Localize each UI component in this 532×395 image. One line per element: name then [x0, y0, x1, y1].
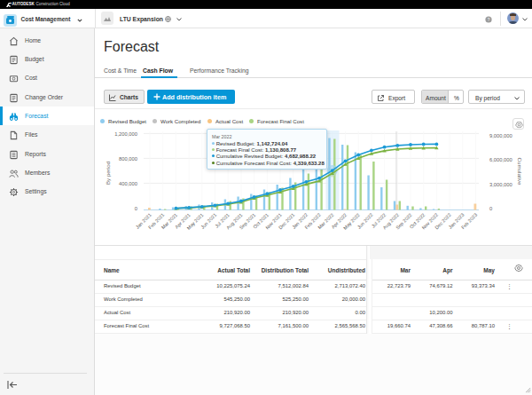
svg-text:1,200,000: 1,200,000: [114, 131, 137, 137]
svg-text:800,000: 800,000: [119, 156, 137, 162]
svg-text:3,000,000: 3,000,000: [489, 182, 512, 187]
svg-text:0: 0: [489, 206, 492, 211]
svg-text:Cumulative: Cumulative: [517, 158, 523, 186]
svg-text:?: ?: [488, 18, 490, 22]
svg-text:9,000,000: 9,000,000: [489, 133, 512, 138]
svg-text:By period: By period: [105, 161, 111, 185]
svg-text:400,000: 400,000: [119, 181, 137, 186]
svg-text:6,000,000: 6,000,000: [489, 157, 512, 162]
svg-text:0: 0: [135, 206, 137, 211]
